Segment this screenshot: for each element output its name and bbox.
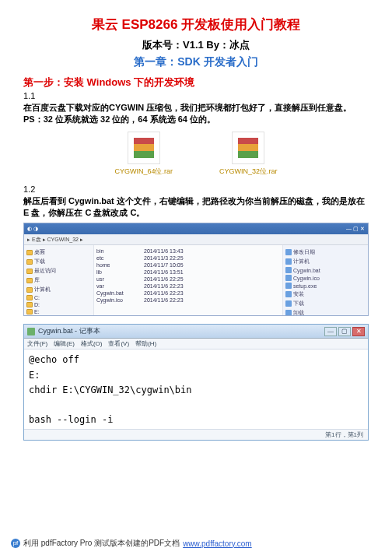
rar-icon [128,132,160,164]
explorer-filelist[interactable]: bin2014/11/6 13:43etc2014/11/3 22:25home… [94,245,282,315]
section-1-2-text: 解压后看到 Cygwin.bat 这个文件，右键编辑，把路径改为你当前解压的磁盘… [23,195,369,219]
maximize-button[interactable]: ▢ [338,327,351,336]
rar-files-row: CYGWIN_64位.rar CYGWIN_32位.rar [23,132,369,177]
minimize-button[interactable]: — [324,327,337,336]
file-label: CYGWIN_64位.rar [114,167,173,177]
chapter-heading: 第一章：SDK 开发者入门 [23,55,369,69]
notepad-menubar[interactable]: 文件(F)编辑(E)格式(O)查看(V)帮助(H) [24,339,368,350]
explorer-addressbar[interactable]: ▸ E盘 ▸ CYGWIN_32 ▸ [24,234,368,245]
footer-text: 利用 pdfFactory Pro 测试版本创建的PDF文档 [23,538,180,549]
close-button[interactable]: ✕ [352,327,365,336]
notepad-icon [27,328,35,335]
section-1-1-num: 1.1 [23,91,369,100]
notepad-content[interactable]: @echo off E: chdir E:\CYGWIN_32\cygwin\b… [24,350,368,429]
notepad-statusbar: 第1行，第1列 [24,429,368,440]
notepad-titlebar[interactable]: Cygwin.bat - 记事本 — ▢ ✕ [24,325,368,339]
step1-heading: 第一步：安装 Windows 下的开发环境 [23,76,369,90]
section-1-1-text: 在百度云盘下载对应的CYGWIN 压缩包，我们把环境都打包好了，直接解压到任意盘… [23,102,369,125]
file-label: CYGWIN_32位.rar [219,167,278,177]
notepad-window: Cygwin.bat - 记事本 — ▢ ✕ 文件(F)编辑(E)格式(O)查看… [23,324,369,441]
rar-icon [232,132,264,164]
doc-subtitle: 版本号：V1.1 By：冰点 [23,38,369,52]
footer-link[interactable]: www.pdffactory.com [183,539,252,548]
explorer-tree[interactable]: 桌面下载最近访问库计算机C:D:E: [24,245,94,315]
notepad-title: Cygwin.bat - 记事本 [38,326,100,336]
doc-title: 果云 ESP8266 开发板使用入门教程 [23,16,369,33]
explorer-window: ◐ ◑— ▢ ✕ ▸ E盘 ▸ CYGWIN_32 ▸ 桌面下载最近访问库计算机… [23,223,369,316]
pdf-footer: pf 利用 pdfFactory Pro 测试版本创建的PDF文档 www.pd… [11,538,252,549]
explorer-sidepanel: 修改日期计算机Cygwin.batCygwin.icosetup.exe安装下载… [282,245,368,315]
pdffactory-icon: pf [11,539,20,548]
explorer-titlebar[interactable]: ◐ ◑— ▢ ✕ [24,223,368,234]
file-cygwin-32[interactable]: CYGWIN_32位.rar [219,132,278,177]
section-1-2-num: 1.2 [23,184,369,194]
file-cygwin-64[interactable]: CYGWIN_64位.rar [114,132,173,177]
